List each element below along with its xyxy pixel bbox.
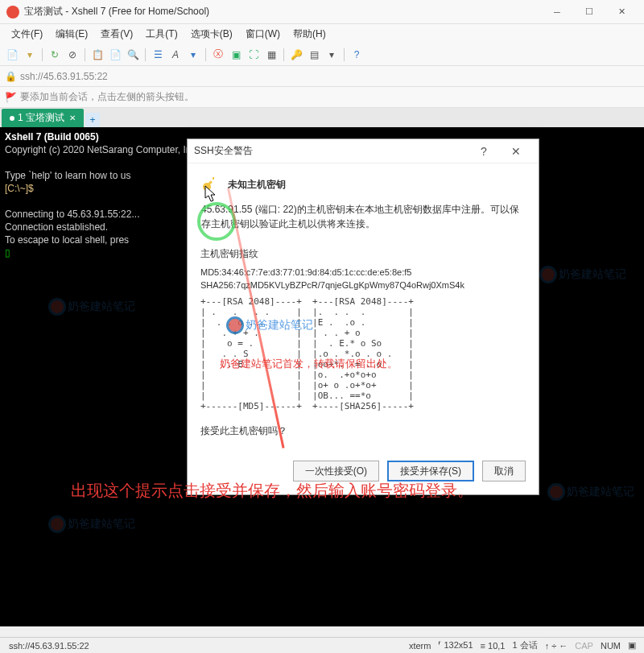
status-sessions: 1 会话 [508, 639, 540, 651]
separator [205, 48, 206, 61]
term-line: To escape to local shell, pres [5, 234, 129, 246]
dialog-body: 未知主机密钥 45.63.91.55 (端口: 22)的主机密钥未在本地主机密钥… [188, 163, 539, 453]
status-term: xterm [405, 641, 435, 651]
window-title: 宝塔测试 - Xshell 7 (Free for Home/School) [24, 5, 541, 19]
lock-icon[interactable]: ▤ [307, 48, 321, 62]
maximize-button[interactable]: ☐ [573, 0, 605, 24]
close-button[interactable]: ✕ [605, 0, 638, 24]
flag-icon: 🚩 [5, 92, 17, 103]
session-tab[interactable]: 1 宝塔测试 ✕ [2, 109, 84, 127]
open-icon[interactable]: ▾ [23, 48, 37, 62]
paste-icon[interactable]: 📄 [108, 48, 122, 62]
status-num: NUM [597, 641, 624, 651]
watermark-bg: 奶爸建站笔记 [539, 266, 626, 283]
disconnect-icon[interactable]: ⊘ [65, 48, 80, 62]
watermark-logo-icon [226, 316, 244, 334]
term-prompt: [C:\~]$ [5, 183, 34, 194]
tab-close-icon[interactable]: ✕ [69, 114, 76, 122]
address-input[interactable] [20, 71, 639, 82]
watermark-bg: 奶爸建站笔记 [48, 298, 135, 316]
watermark-bg: 奶爸建站笔记 [547, 483, 634, 501]
watermark: 奶爸建站笔记 [226, 316, 313, 334]
help-icon[interactable]: ? [349, 48, 364, 62]
find-icon[interactable]: 🔍 [126, 48, 140, 62]
watermark-bg: 奶爸建站笔记 [48, 515, 135, 533]
mouse-cursor-icon [204, 185, 217, 203]
layout-icon[interactable]: ▦ [264, 48, 279, 62]
key-icon[interactable]: 🔑 [289, 48, 303, 62]
script-icon[interactable]: ▾ [324, 48, 339, 62]
menu-view[interactable]: 查看(V) [94, 27, 139, 41]
highlight-circle [197, 202, 236, 241]
fingerprint-md5: MD5:34:46:c7:7e:d3:77:01:9d:84:d5:1c:cc:… [200, 267, 526, 277]
dialog-help-button[interactable]: ? [468, 139, 500, 163]
fingerprint-title: 主机密钥指纹 [200, 247, 526, 261]
app-icon [6, 6, 19, 19]
menu-bar: 文件(F) 编辑(E) 查看(V) 工具(T) 选项卡(B) 窗口(W) 帮助(… [0, 24, 644, 43]
accept-save-button[interactable]: 接受并保存(S) [387, 461, 474, 481]
tab-strip: 1 宝塔测试 ✕ + [0, 108, 644, 127]
tab-label: 1 宝塔测试 [18, 111, 64, 125]
separator [283, 48, 284, 61]
menu-edit[interactable]: 编辑(E) [49, 27, 94, 41]
xftp-icon[interactable]: ▣ [229, 48, 243, 62]
hint-text: 要添加当前会话，点击左侧的箭头按钮。 [20, 90, 194, 104]
watermark-notice: 奶爸建站笔记首发，转载请保留出处。 [220, 357, 398, 371]
instruction-text: 出现这个提示点击接受并保存，然后输入账号密码登录。 [71, 480, 473, 502]
accept-once-button[interactable]: 一次性接受(O) [293, 461, 379, 481]
properties-icon[interactable]: ☰ [151, 48, 165, 62]
menu-window[interactable]: 窗口(W) [239, 27, 287, 41]
ssh-warning-dialog: SSH安全警告 ? ✕ 未知主机密钥 45.63.91.55 (端口: 22)的… [187, 138, 539, 495]
menu-help[interactable]: 帮助(H) [287, 27, 332, 41]
dialog-description: 45.63.91.55 (端口: 22)的主机密钥未在本地主机密钥数据库中注册。… [201, 202, 526, 231]
menu-file[interactable]: 文件(F) [5, 27, 49, 41]
color-icon[interactable]: ▾ [186, 48, 200, 62]
status-pos: ≡ 10,1 [477, 641, 509, 651]
copy-icon[interactable]: 📋 [90, 48, 105, 62]
separator [42, 48, 43, 61]
lock-icon: 🔒 [5, 71, 17, 82]
status-bar: ssh://45.63.91.55:22 xterm ⸢ 132x51 ≡ 10… [0, 637, 644, 653]
menu-tab[interactable]: 选项卡(B) [184, 27, 239, 41]
dialog-title-bar: SSH安全警告 ? ✕ [188, 139, 539, 163]
svg-rect-2 [213, 177, 214, 180]
separator [344, 48, 345, 61]
term-cursor: ▯ [5, 247, 10, 258]
new-icon[interactable]: 📄 [5, 48, 19, 62]
term-line: Connecting to 45.63.91.55:22... [5, 209, 139, 220]
toolbar: 📄 ▾ ↻ ⊘ 📋 📄 🔍 ☰ A ▾ ⓧ ▣ ⛶ ▦ 🔑 ▤ ▾ ? [0, 43, 644, 66]
status-dot-icon [10, 116, 14, 121]
xagent-icon[interactable]: ⓧ [211, 48, 225, 62]
dialog-heading: 未知主机密钥 [228, 178, 286, 192]
font-icon[interactable]: A [168, 48, 183, 62]
reconnect-icon[interactable]: ↻ [47, 48, 62, 62]
status-scroll-icon: ▣ [624, 640, 639, 651]
term-line: Connection established. [5, 221, 108, 233]
address-bar: 🔒 [0, 66, 644, 87]
term-line: Xshell 7 (Build 0065) [5, 131, 99, 143]
hint-bar: 🚩 要添加当前会话，点击左侧的箭头按钮。 [0, 87, 644, 108]
add-tab-button[interactable]: + [85, 113, 100, 127]
accept-question: 接受此主机密钥吗？ [200, 424, 526, 438]
dialog-title: SSH安全警告 [194, 144, 468, 158]
term-line: Type `help' to learn how to us [5, 170, 130, 181]
status-size: ⸢ 132x51 [434, 640, 476, 651]
title-bar: 宝塔测试 - Xshell 7 (Free for Home/School) ─… [0, 0, 644, 24]
dialog-close-button[interactable]: ✕ [500, 139, 532, 163]
separator [85, 48, 85, 61]
status-cap: CAP [571, 641, 597, 651]
minimize-button[interactable]: ─ [541, 0, 573, 24]
fullscreen-icon[interactable]: ⛶ [246, 48, 261, 62]
cancel-button[interactable]: 取消 [482, 461, 526, 481]
menu-tools[interactable]: 工具(T) [139, 27, 184, 41]
separator [145, 48, 146, 61]
fingerprint-ascii-art: +---[RSA 2048]----+ +---[RSA 2048]----+ … [200, 296, 526, 411]
status-address: ssh://45.63.91.55:22 [5, 641, 93, 651]
status-indicators: ↑ ÷ ← [541, 641, 572, 651]
